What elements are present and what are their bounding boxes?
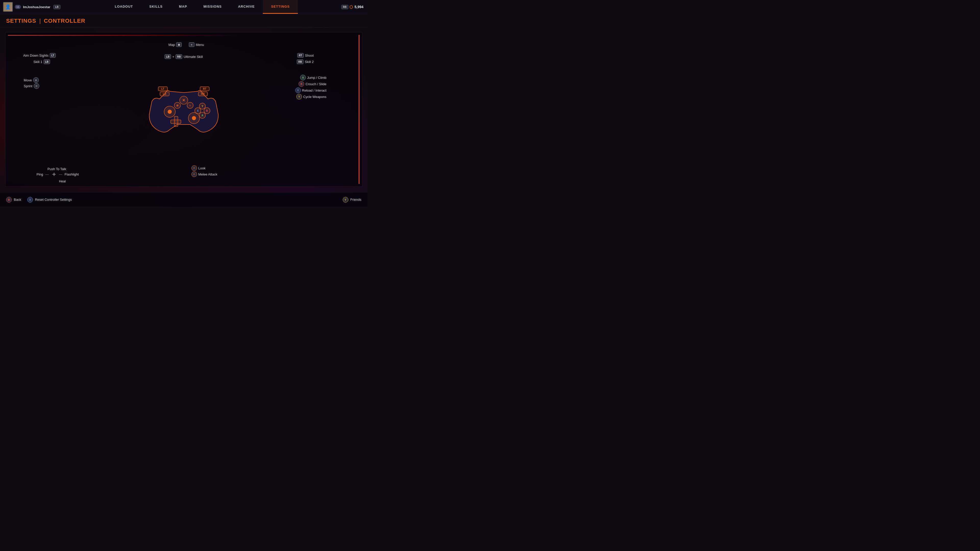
- svg-text:B: B: [206, 110, 208, 112]
- dpad-icon: ✛: [51, 171, 57, 177]
- tab-archive[interactable]: ARCHIVE: [230, 0, 263, 14]
- breadcrumb-divider: |: [39, 17, 41, 24]
- y-btn-icon: Y: [296, 94, 302, 100]
- tab-settings[interactable]: SETTINGS: [263, 0, 298, 14]
- rb-badge: RB: [341, 5, 348, 9]
- b-btn-icon: B: [299, 81, 304, 87]
- content-inner: LB RB LT RT ⊞ ≡: [8, 35, 360, 184]
- currency-display: ⬡ 5,994: [349, 5, 368, 10]
- controller-diagram: LB RB LT RT ⊞ ≡: [144, 79, 223, 140]
- lb-badge-skill: LB: [44, 59, 50, 64]
- svg-text:✕: ✕: [182, 98, 185, 102]
- label-melee-attack: R Melee Attack: [191, 171, 217, 177]
- label-cycle-weapons: Y Cycle Weapons: [296, 94, 326, 100]
- player-level: 11: [15, 5, 21, 9]
- breadcrumb-settings: SETTINGS: [6, 17, 36, 24]
- a-btn-icon: A: [300, 75, 306, 80]
- lb-badge-ult: LB: [165, 54, 171, 59]
- player-name: ImJoshuaJoestar: [23, 5, 50, 9]
- ls-icon: ◎: [33, 77, 39, 83]
- friends-button[interactable]: Y Friends: [343, 197, 361, 203]
- reset-button[interactable]: X Reset Controller Settings: [27, 197, 72, 203]
- label-ultimate-skill: LB + RB Ultimate Skill: [165, 54, 203, 59]
- svg-text:⊞: ⊞: [177, 104, 178, 107]
- reset-label: Reset Controller Settings: [35, 198, 72, 202]
- label-crouch-slide: B Crouch / Slide: [299, 81, 326, 87]
- label-map: Map ⊞: [169, 42, 182, 47]
- label-heal: Heal: [59, 179, 66, 183]
- svg-text:≡: ≡: [189, 104, 191, 107]
- svg-text:X: X: [197, 110, 199, 112]
- lb-badge: LB: [53, 5, 60, 9]
- label-menu: ≡ Menu: [189, 42, 204, 47]
- tab-loadout[interactable]: LOADOUT: [107, 0, 141, 14]
- back-button[interactable]: B Back: [6, 197, 21, 203]
- friends-label: Friends: [350, 198, 361, 202]
- controller-layout: LB RB LT RT ⊞ ≡: [8, 38, 360, 187]
- bottom-left-buttons: B Back X Reset Controller Settings: [6, 197, 72, 203]
- tab-missions[interactable]: MISSIONS: [195, 0, 230, 14]
- svg-point-17: [192, 116, 196, 120]
- currency-icon: ⬡: [349, 5, 353, 10]
- label-sprint: Sprint ⊙: [24, 83, 39, 89]
- rt-badge: RT: [298, 53, 304, 58]
- label-jump-climb: A Jump / Climb: [300, 75, 326, 80]
- y-circle-friends: Y: [343, 197, 348, 203]
- label-move: Move ◎: [24, 77, 39, 83]
- label-skill-1: Skill 1 LB: [33, 59, 50, 64]
- bottom-bar: B Back X Reset Controller Settings Y Fri…: [0, 192, 368, 206]
- player-avatar: 👤: [3, 2, 13, 12]
- lt-badge: LT: [50, 53, 56, 58]
- svg-rect-19: [171, 120, 181, 124]
- nav-tabs: LOADOUT SKILLS MAP MISSIONS ARCHIVE SETT…: [64, 0, 341, 14]
- label-reload-interact: X Reload / Interact: [295, 87, 326, 93]
- rb-badge-skill: RB: [297, 59, 304, 64]
- player-info: 👤 11 ImJoshuaJoestar LB: [0, 2, 64, 12]
- top-accent-line: [8, 35, 237, 36]
- x-circle-reset: X: [27, 197, 33, 203]
- menu-badge: ≡: [189, 42, 194, 47]
- rs-icon-look: R: [191, 165, 197, 171]
- label-ping-flashlight: Ping — ✛ — Flashlight: [37, 171, 79, 177]
- main-content: LB RB LT RT ⊞ ≡: [5, 32, 363, 187]
- svg-text:LT: LT: [161, 87, 164, 90]
- x-btn-icon: X: [295, 87, 301, 93]
- back-label: Back: [14, 198, 21, 202]
- label-skill-2: RB Skill 2: [297, 59, 313, 64]
- top-navigation: 👤 11 ImJoshuaJoestar LB LOADOUT SKILLS M…: [0, 0, 368, 14]
- svg-point-15: [168, 110, 172, 114]
- svg-text:RB: RB: [201, 93, 205, 95]
- view-badge: ⊞: [176, 42, 182, 47]
- label-push-to-talk: Push To Talk: [48, 167, 66, 171]
- svg-text:RT: RT: [203, 87, 206, 90]
- b-circle-back: B: [6, 197, 12, 203]
- rb-badge-ult: RB: [176, 54, 182, 59]
- label-aim-down-sights: Aim Down Sights LT: [23, 53, 56, 58]
- label-look: R Look: [191, 165, 205, 171]
- breadcrumb: SETTINGS | CONTROLLER: [0, 14, 368, 27]
- svg-text:LB: LB: [163, 93, 166, 95]
- tab-map[interactable]: MAP: [171, 0, 195, 14]
- ls-press-icon: ⊙: [34, 83, 39, 89]
- tab-skills[interactable]: SKILLS: [141, 0, 171, 14]
- svg-text:A: A: [201, 114, 203, 117]
- currency-value: 5,994: [355, 5, 363, 9]
- breadcrumb-controller: CONTROLLER: [44, 17, 86, 24]
- svg-text:Y: Y: [202, 105, 204, 108]
- rs-icon-melee: R: [191, 171, 197, 177]
- label-shoot: RT Shoot: [298, 53, 313, 58]
